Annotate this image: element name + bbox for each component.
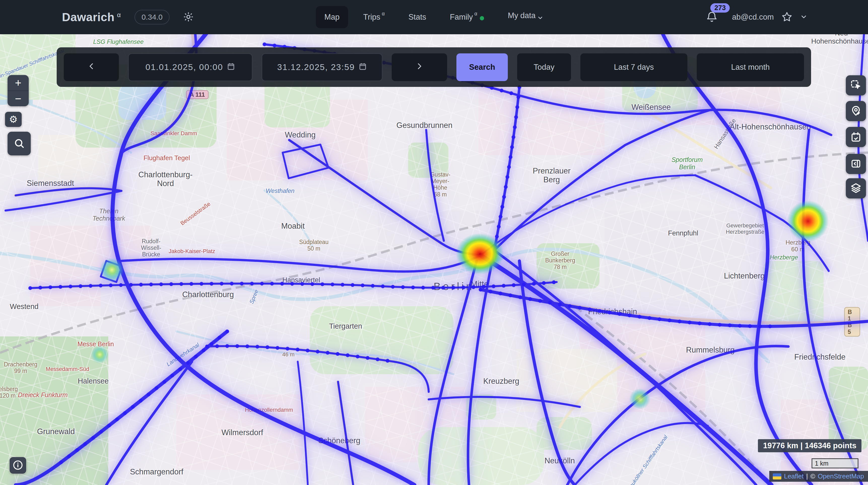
previous-range-button[interactable] <box>64 54 119 81</box>
map-canvas[interactable]: LSG FlughafenseeBerlin-Spandauer Schifff… <box>0 34 868 485</box>
chevron-left-icon <box>87 62 96 72</box>
zoom-in-button[interactable]: + <box>7 75 29 90</box>
track-stats-badge: 19776 km | 146346 points <box>758 439 862 452</box>
alpha-sup: α <box>117 11 121 19</box>
calendar-check-icon <box>850 131 862 143</box>
sidebar-collapse-icon <box>850 158 862 170</box>
app-logo: Dawarichα <box>62 10 121 24</box>
end-date-input[interactable]: 31.12.2025, 23:59 <box>262 54 383 81</box>
user-menu-button[interactable]: ab@cd.com <box>732 12 774 22</box>
ukraine-flag-icon <box>773 474 781 480</box>
favorites-button[interactable] <box>781 11 793 23</box>
notifications-button[interactable]: 273 <box>706 11 718 24</box>
chevron-down-icon <box>800 13 808 22</box>
zoom-out-button[interactable]: − <box>7 91 29 106</box>
layers-button[interactable] <box>846 178 866 198</box>
lasso-select-icon <box>850 79 862 92</box>
sun-icon <box>183 11 194 23</box>
main-navigation: Map Tripsα Stats Familyα My data <box>316 0 552 34</box>
start-date-input[interactable]: 01.01.2025, 00:00 <box>128 54 252 81</box>
info-icon <box>12 459 24 472</box>
last-month-button[interactable]: Last month <box>697 54 804 81</box>
gear-icon: ⚙ <box>9 114 18 125</box>
pin-check-icon <box>850 105 862 117</box>
tab-stats[interactable]: Stats <box>400 6 435 28</box>
next-range-button[interactable] <box>392 54 447 81</box>
chevron-down-icon <box>537 14 544 23</box>
today-button[interactable]: Today <box>517 54 571 81</box>
notifications-count-badge: 273 <box>710 3 730 12</box>
top-navbar: Dawarichα 0.34.0 Map Tripsα Stats Family… <box>0 0 868 34</box>
map-info-button[interactable] <box>9 457 26 474</box>
layers-icon <box>850 182 862 195</box>
map-scale-bar: 1 km <box>812 458 859 468</box>
area-selection-button[interactable] <box>846 75 866 95</box>
map-search-button[interactable] <box>7 132 31 155</box>
osm-link[interactable]: OpenStreetMap <box>817 473 864 480</box>
calendar-icon <box>227 62 235 72</box>
calendar-icon <box>359 62 367 72</box>
family-online-dot <box>480 16 484 21</box>
last-7-days-button[interactable]: Last 7 days <box>580 54 688 81</box>
calendar-panel-button[interactable] <box>846 127 866 147</box>
map-settings-button[interactable]: ⚙ <box>5 112 22 127</box>
user-email: ab@cd.com <box>732 12 774 22</box>
star-icon <box>781 11 793 23</box>
tab-map[interactable]: Map <box>316 6 348 28</box>
tab-my-data[interactable]: My data <box>499 4 552 30</box>
search-icon <box>13 137 25 150</box>
map-attribution: Leaflet | © OpenStreetMap <box>769 471 868 482</box>
toggle-sidebar-button[interactable] <box>846 154 866 174</box>
tab-trips[interactable]: Tripsα <box>355 6 393 28</box>
user-dropdown-chevron[interactable] <box>800 13 808 22</box>
search-button[interactable]: Search <box>457 54 508 81</box>
visits-button[interactable] <box>846 101 866 121</box>
tab-family[interactable]: Familyα <box>441 6 493 28</box>
theme-toggle-button[interactable] <box>183 11 194 23</box>
leaflet-link[interactable]: Leaflet <box>784 473 804 480</box>
version-badge: 0.34.0 <box>134 10 169 25</box>
chevron-right-icon <box>415 62 424 72</box>
bell-icon <box>706 11 718 24</box>
zoom-control: + − <box>7 75 29 106</box>
heatmap-tracks-layer <box>0 34 868 485</box>
date-range-toolbar: 01.01.2025, 00:00 31.12.2025, 23:59 Sear… <box>57 47 811 87</box>
